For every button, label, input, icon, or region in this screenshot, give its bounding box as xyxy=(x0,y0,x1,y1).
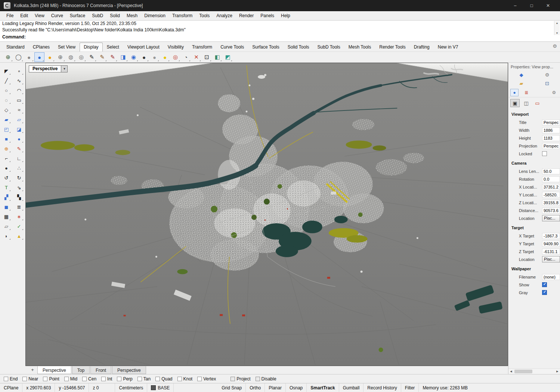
osnap-toggle[interactable]: Quad xyxy=(155,376,172,382)
ribbon-tab[interactable]: Curve Tools xyxy=(216,43,248,52)
target-sphere-icon[interactable]: ◎ xyxy=(170,52,180,62)
fillet-icon[interactable]: ⌐ xyxy=(1,154,11,163)
point-icon[interactable]: ∘ xyxy=(14,66,24,75)
osnap-checkbox[interactable] xyxy=(22,377,27,381)
ribbon-tab[interactable]: CPlanes xyxy=(29,43,54,52)
menu-item[interactable]: SubD xyxy=(89,12,106,19)
render-preview-icon[interactable]: ◨ xyxy=(118,52,128,62)
osnap-checkbox[interactable] xyxy=(82,377,87,381)
command-scrollbar[interactable]: ▲ ▼ xyxy=(554,21,560,35)
layers-tab-icon[interactable]: ≣ xyxy=(522,89,530,96)
status-pane[interactable]: Ortho xyxy=(246,383,265,392)
tools-icon[interactable]: ⚙ xyxy=(534,71,560,79)
menu-item[interactable]: Render xyxy=(236,12,257,19)
menu-item[interactable]: Solid xyxy=(106,12,123,19)
scroll-right-icon[interactable]: ▶ xyxy=(555,370,560,373)
osnap-toggle[interactable]: Mid xyxy=(64,376,77,382)
ghosted-sphere-icon[interactable]: ◍ xyxy=(66,52,76,62)
close-button[interactable]: ✕ xyxy=(540,0,556,11)
command-area[interactable]: Loading Legacy Rhino Render, version 1.5… xyxy=(0,20,560,42)
status-pane[interactable]: Osnap xyxy=(286,383,307,392)
surface-icon[interactable]: ▰ xyxy=(1,115,11,124)
loft-icon[interactable]: ▱ xyxy=(14,115,24,124)
dimension-icon[interactable]: ≣ xyxy=(14,202,24,211)
split-icon[interactable]: ▞ xyxy=(1,193,11,202)
color-cube-icon[interactable]: ◩ xyxy=(223,52,233,62)
zoom-sphere-icon[interactable]: ◔ xyxy=(181,52,191,62)
status-pane[interactable]: Filter xyxy=(401,383,419,392)
scroll-up-icon[interactable]: ▲ xyxy=(556,22,559,24)
status-pane[interactable]: Centimeters xyxy=(115,383,147,392)
command-prompt[interactable]: Command: xyxy=(0,33,560,41)
globe-icon[interactable]: ⊕ xyxy=(55,52,65,62)
ribbon-tab[interactable]: Drafting xyxy=(410,43,434,52)
status-pane[interactable]: Memory use: 2263 MB xyxy=(419,383,471,392)
menu-item[interactable]: Surface xyxy=(66,12,89,19)
scroll-down-icon[interactable]: ▼ xyxy=(556,32,559,34)
menu-item[interactable]: Edit xyxy=(17,12,31,19)
wallpaper-frame-icon[interactable]: ▭ xyxy=(533,99,542,107)
status-pane[interactable]: Gumball xyxy=(339,383,364,392)
ribbon-tab[interactable]: Solid Tools xyxy=(284,43,313,52)
osnap-toggle[interactable]: Tan xyxy=(137,376,151,382)
osnap-toggle[interactable]: Int xyxy=(101,376,112,382)
ribbon-tab[interactable]: Render Tools xyxy=(375,43,410,52)
osnap-toggle[interactable]: Point xyxy=(43,376,59,382)
rhino-logo-icon[interactable] xyxy=(4,2,10,9)
ribbon-tab[interactable]: SubD Tools xyxy=(313,43,344,52)
status-pane[interactable]: y -15466.507 xyxy=(55,383,89,392)
status-pane[interactable]: SmartTrack xyxy=(307,383,339,392)
osnap-checkbox[interactable] xyxy=(117,377,121,381)
ellipse-icon[interactable]: ◌ xyxy=(1,96,11,105)
menu-item[interactable]: File xyxy=(3,12,17,19)
osnap-toggle[interactable]: Near xyxy=(22,376,38,382)
polyline-icon[interactable]: ╱ xyxy=(1,76,11,85)
status-pane[interactable]: z 0 xyxy=(89,383,115,392)
ribbon-tab[interactable]: Viewport Layout xyxy=(123,43,164,52)
gray-sphere-icon[interactable]: ● xyxy=(149,52,160,62)
ribbon-tab[interactable]: Surface Tools xyxy=(248,43,284,52)
join-icon[interactable]: ▚ xyxy=(14,193,24,202)
osnap-checkbox[interactable] xyxy=(256,377,260,381)
osnap-toggle[interactable]: Perp xyxy=(117,376,132,382)
ellipsoid-icon[interactable]: ◗ xyxy=(1,231,11,240)
scroll-left-icon[interactable]: ◀ xyxy=(508,370,514,373)
artistic-pen-icon[interactable]: ✎ xyxy=(97,52,107,62)
osnap-checkbox[interactable] xyxy=(231,377,235,381)
osnap-checkbox[interactable] xyxy=(4,377,8,381)
sketch-pen-icon[interactable]: ✎ xyxy=(108,52,118,62)
viewport-tab[interactable]: Perspective xyxy=(112,366,146,374)
paintbrush-icon[interactable]: ✎ xyxy=(14,144,24,153)
osnap-checkbox[interactable] xyxy=(197,377,202,381)
shaded-sphere-icon[interactable]: ● xyxy=(24,52,34,62)
sun-sphere-icon[interactable]: ● xyxy=(45,52,55,62)
view-tab-icon[interactable]: ● xyxy=(510,89,519,96)
viewport-tab[interactable]: Front xyxy=(90,366,111,374)
monitor-icon[interactable]: ⊡ xyxy=(202,52,212,62)
osnap-toggle[interactable]: Disable xyxy=(256,376,276,382)
osnap-checkbox[interactable] xyxy=(64,377,69,381)
menu-item[interactable]: Help xyxy=(278,12,294,19)
leader-icon[interactable]: ⇘ xyxy=(14,183,24,192)
text-icon[interactable]: T xyxy=(1,183,11,192)
arc-icon[interactable]: ◠ xyxy=(14,86,24,95)
maximize-button[interactable]: □ xyxy=(523,0,540,11)
status-pane[interactable]: Planar xyxy=(265,383,286,392)
extrude-icon[interactable]: ◰ xyxy=(1,125,11,134)
mapping-box-icon[interactable]: ◧ xyxy=(212,52,222,62)
mesh-sphere-icon[interactable]: ● xyxy=(1,164,11,172)
check-icon[interactable]: ✓ xyxy=(14,222,24,231)
viewport-3d-canvas[interactable] xyxy=(26,63,508,365)
yellow-sphere-icon[interactable]: ● xyxy=(160,52,170,62)
scrollbar-track[interactable] xyxy=(514,369,555,374)
object-properties-icon[interactable]: ◆ xyxy=(508,71,534,79)
polygon-icon[interactable]: ◇ xyxy=(1,105,11,114)
add-viewport-icon[interactable]: + xyxy=(28,366,37,374)
ribbon-tab[interactable]: Standard xyxy=(2,43,29,52)
two-sphere-icon[interactable]: ◉ xyxy=(129,52,139,62)
perspective-viewport[interactable]: Perspective ▼ xyxy=(25,63,508,366)
target-place-button[interactable]: Plac... xyxy=(542,256,560,262)
ribbon-tab[interactable]: New in V7 xyxy=(434,43,462,52)
ribbon-tab[interactable]: Display xyxy=(80,43,102,52)
ribbon-tab[interactable]: Select xyxy=(103,43,123,52)
